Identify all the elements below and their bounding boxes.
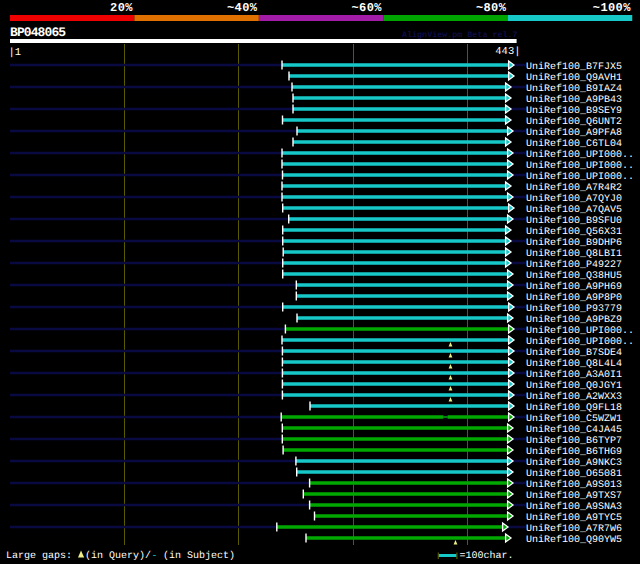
svg-text:UniRef100_A9NKC3: UniRef100_A9NKC3 <box>526 457 622 469</box>
svg-text:UniRef100_B9SEY9: UniRef100_B9SEY9 <box>526 105 622 117</box>
svg-text:UniRef100_A9PFA8: UniRef100_A9PFA8 <box>526 127 622 139</box>
svg-text:UniRef100_A2WXX3: UniRef100_A2WXX3 <box>526 391 622 403</box>
svg-text:(in Query)/: (in Query)/ <box>85 550 151 562</box>
svg-text:UniRef100_B7SDE4: UniRef100_B7SDE4 <box>526 347 622 359</box>
svg-text:~40%: ~40% <box>227 1 258 15</box>
svg-text:UniRef100_B9IAZ4: UniRef100_B9IAZ4 <box>526 83 622 95</box>
svg-text:UniRef100_A7QAV5: UniRef100_A7QAV5 <box>526 204 622 216</box>
svg-text:UniRef100_P93779: UniRef100_P93779 <box>526 303 622 315</box>
svg-text:UniRef100_A9PH69: UniRef100_A9PH69 <box>526 281 622 293</box>
svg-text:UniRef100_B9DHP6: UniRef100_B9DHP6 <box>526 237 622 249</box>
svg-text:UniRef100_C6TL04: UniRef100_C6TL04 <box>526 138 622 150</box>
svg-text:UniRef100_A3A0I1: UniRef100_A3A0I1 <box>526 369 622 381</box>
svg-text:UniRef100_A9PB43: UniRef100_A9PB43 <box>526 94 622 106</box>
svg-text:UniRef100_A9SNA3: UniRef100_A9SNA3 <box>526 501 622 513</box>
svg-text:~100%: ~100% <box>593 1 631 15</box>
svg-text:UniRef100_Q9AVH1: UniRef100_Q9AVH1 <box>526 72 622 84</box>
svg-text:UniRef100_A9TYC5: UniRef100_A9TYC5 <box>526 512 622 524</box>
svg-text:UniRef100_UPI000..: UniRef100_UPI000.. <box>526 171 634 183</box>
svg-text:AlignView.pm Beta rel.7: AlignView.pm Beta rel.7 <box>402 30 518 40</box>
svg-text:UniRef100_C5WZW1: UniRef100_C5WZW1 <box>526 413 622 425</box>
svg-text:UniRef100_Q38HU5: UniRef100_Q38HU5 <box>526 270 622 282</box>
svg-text:UniRef100_A7QYJ0: UniRef100_A7QYJ0 <box>526 193 622 205</box>
svg-text:UniRef100_UPI000..: UniRef100_UPI000.. <box>526 336 634 348</box>
svg-text:UniRef100_A9PBZ9: UniRef100_A9PBZ9 <box>526 314 622 326</box>
svg-text:20%: 20% <box>110 1 133 15</box>
svg-text:~60%: ~60% <box>351 1 382 15</box>
svg-text:BP048065: BP048065 <box>10 25 66 40</box>
svg-text:UniRef100_UPI000..: UniRef100_UPI000.. <box>526 325 634 337</box>
svg-text:UniRef100_A7R4R2: UniRef100_A7R4R2 <box>526 182 622 194</box>
svg-text:UniRef100_A9TXS7: UniRef100_A9TXS7 <box>526 490 622 502</box>
svg-text:UniRef100_UPI000..: UniRef100_UPI000.. <box>526 149 634 161</box>
svg-text:UniRef100_Q8LBI1: UniRef100_Q8LBI1 <box>526 248 622 260</box>
svg-text:UniRef100_C4JA45: UniRef100_C4JA45 <box>526 424 622 436</box>
svg-text:UniRef100_A9P8P0: UniRef100_A9P8P0 <box>526 292 622 304</box>
svg-text:UniRef100_B6TYP7: UniRef100_B6TYP7 <box>526 435 622 447</box>
svg-text:~80%: ~80% <box>476 1 507 15</box>
svg-text:UniRef100_P49227: UniRef100_P49227 <box>526 259 622 271</box>
svg-text:UniRef100_A7R7W6: UniRef100_A7R7W6 <box>526 523 622 535</box>
svg-text:|1: |1 <box>9 47 22 59</box>
svg-text:UniRef100_O65081: UniRef100_O65081 <box>526 468 622 480</box>
svg-text:UniRef100_Q9FL18: UniRef100_Q9FL18 <box>526 402 622 414</box>
svg-text:Large gaps:: Large gaps: <box>6 551 72 562</box>
svg-text:UniRef100_Q56X31: UniRef100_Q56X31 <box>526 226 622 238</box>
svg-text:UniRef100_Q6UNT2: UniRef100_Q6UNT2 <box>526 116 622 128</box>
svg-text:UniRef100_UPI000..: UniRef100_UPI000.. <box>526 160 634 172</box>
svg-text:443|: 443| <box>495 46 520 58</box>
svg-text:UniRef100_Q0JGY1: UniRef100_Q0JGY1 <box>526 380 622 392</box>
svg-text:UniRef100_A9S013: UniRef100_A9S013 <box>526 479 622 491</box>
svg-text:(in Subject): (in Subject) <box>163 550 235 562</box>
svg-text:UniRef100_B7FJX5: UniRef100_B7FJX5 <box>526 61 622 73</box>
svg-text:UniRef100_Q90YW5: UniRef100_Q90YW5 <box>526 534 622 546</box>
svg-text:UniRef100_B9SFU0: UniRef100_B9SFU0 <box>526 215 622 227</box>
svg-text:UniRef100_Q8L4L4: UniRef100_Q8L4L4 <box>526 358 622 370</box>
svg-text:=100char.: =100char. <box>460 550 514 562</box>
svg-text:UniRef100_B6THG9: UniRef100_B6THG9 <box>526 446 622 458</box>
svg-text:-: - <box>152 551 158 562</box>
